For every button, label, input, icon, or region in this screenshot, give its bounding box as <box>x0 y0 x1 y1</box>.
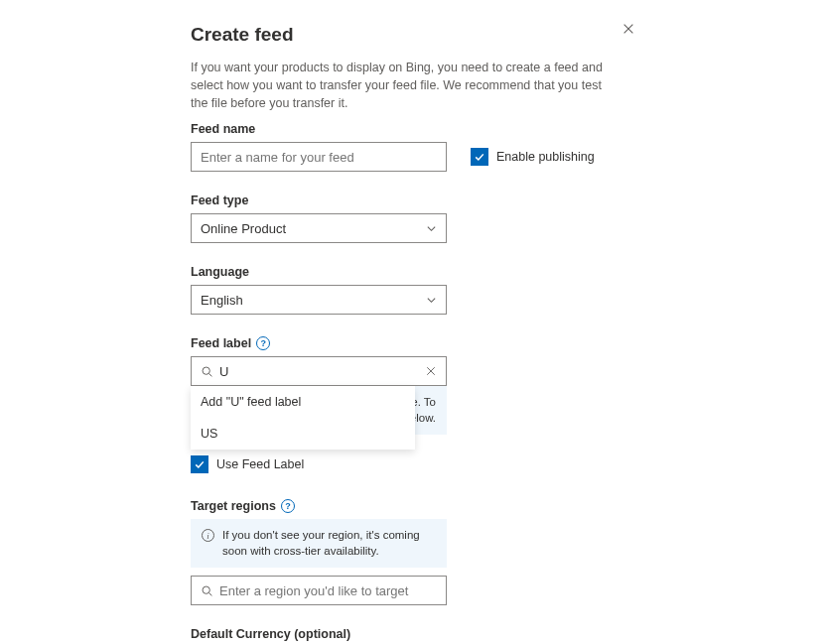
svg-line-7 <box>208 592 211 595</box>
search-icon <box>200 364 213 378</box>
feed-label-input[interactable] <box>219 364 418 379</box>
dropdown-item-match[interactable]: US <box>191 418 415 450</box>
description: If you want your products to display on … <box>191 60 618 112</box>
target-regions-info: i If you don't see your region, it's com… <box>191 519 447 568</box>
feed-name-label: Feed name <box>191 122 637 136</box>
feed-name-input[interactable] <box>191 142 447 172</box>
svg-point-6 <box>203 586 209 593</box>
dropdown-item-add[interactable]: Add "U" feed label <box>191 386 415 418</box>
page-title: Create feed <box>191 24 637 46</box>
help-icon[interactable]: ? <box>256 336 270 350</box>
info-icon: i <box>202 529 214 542</box>
feed-label-dropdown: Add "U" feed label US <box>191 386 415 450</box>
target-regions-input-wrap[interactable] <box>191 576 447 605</box>
use-feed-label-text: Use Feed Label <box>216 457 304 471</box>
default-currency-label: Default Currency (optional) <box>191 627 637 641</box>
language-value: English <box>201 293 243 308</box>
language-select[interactable]: English <box>191 285 447 315</box>
clear-icon[interactable] <box>424 364 438 378</box>
help-icon[interactable]: ? <box>281 499 295 513</box>
enable-publishing-checkbox[interactable]: Enable publishing <box>471 148 595 166</box>
checkmark-icon <box>191 455 208 473</box>
search-icon <box>200 583 213 597</box>
feed-label-label: Feed label <box>191 336 251 350</box>
target-regions-label: Target regions <box>191 499 276 513</box>
close-icon[interactable] <box>621 22 637 38</box>
svg-line-3 <box>208 373 211 376</box>
chevron-down-icon <box>426 295 437 306</box>
use-feed-label-checkbox[interactable]: Use Feed Label <box>191 455 637 473</box>
feed-type-label: Feed type <box>191 193 637 207</box>
target-regions-input[interactable] <box>219 583 438 598</box>
language-label: Language <box>191 265 637 279</box>
chevron-down-icon <box>426 223 437 234</box>
feed-label-input-wrap[interactable] <box>191 356 447 386</box>
checkmark-icon <box>471 148 488 166</box>
svg-point-2 <box>203 367 209 374</box>
feed-type-select[interactable]: Online Product <box>191 213 447 243</box>
enable-publishing-label: Enable publishing <box>496 150 595 164</box>
feed-type-value: Online Product <box>201 221 286 236</box>
